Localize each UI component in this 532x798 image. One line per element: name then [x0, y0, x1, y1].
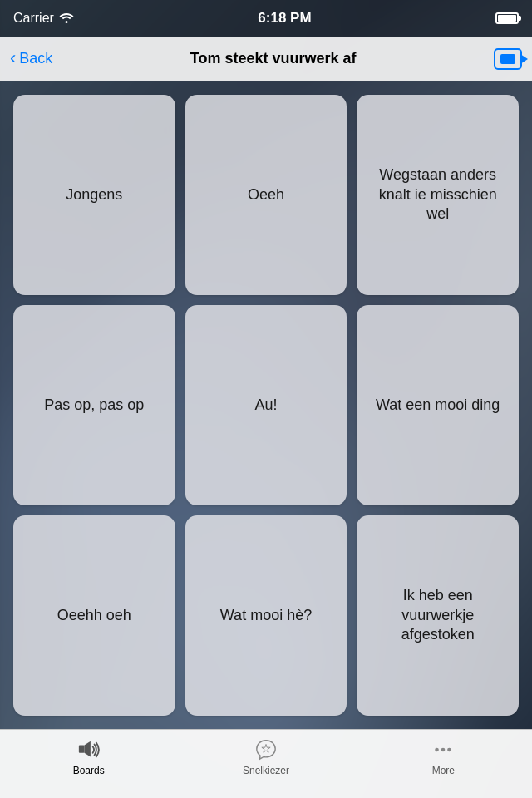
back-button[interactable]: ‹ Back — [10, 50, 52, 67]
video-button[interactable] — [494, 48, 522, 70]
nav-bar: ‹ Back Tom steekt vuurwerk af — [0, 37, 532, 81]
dots-icon — [431, 738, 456, 761]
speaker-icon — [76, 738, 101, 761]
tab-snelkiezer[interactable]: Snelkiezer — [177, 738, 354, 776]
phrase-button-wat-een[interactable]: Wat een mooi ding — [357, 305, 519, 505]
tab-boards-label: Boards — [73, 765, 105, 776]
tab-boards[interactable]: Boards — [0, 738, 177, 776]
tab-more-label: More — [432, 765, 455, 776]
phrase-grid: Jongens Oeeh Wegstaan anders knalt ie mi… — [0, 81, 532, 729]
status-time: 6:18 PM — [258, 10, 311, 27]
tab-bar: Boards Snelkiezer More — [0, 729, 532, 798]
video-icon — [500, 54, 515, 64]
phrase-button-oeeh[interactable]: Oeeh — [185, 95, 347, 295]
phrase-button-wegstaan[interactable]: Wegstaan anders knalt ie misschien wel — [357, 95, 519, 295]
back-label: Back — [19, 50, 52, 67]
phrase-button-au[interactable]: Au! — [185, 305, 347, 505]
status-right — [495, 12, 519, 24]
phrase-button-ik-heb[interactable]: Ik heb een vuurwerkje afgestoken — [357, 515, 519, 716]
star-bubble-icon — [254, 738, 278, 761]
battery-icon — [495, 12, 519, 24]
phrase-button-jongens[interactable]: Jongens — [13, 95, 175, 295]
carrier-label: Carrier — [13, 11, 54, 26]
phrase-button-wat-mooi[interactable]: Wat mooi hè? — [185, 515, 347, 716]
tab-snelkiezer-label: Snelkiezer — [243, 765, 289, 776]
page-title: Tom steekt vuurwerk af — [59, 50, 487, 67]
status-left: Carrier — [13, 11, 74, 26]
svg-rect-0 — [79, 745, 85, 752]
wifi-icon — [59, 12, 74, 26]
svg-point-2 — [441, 748, 446, 752]
phrase-button-pas-op[interactable]: Pas op, pas op — [13, 305, 175, 505]
svg-point-1 — [436, 748, 440, 752]
back-arrow-icon: ‹ — [10, 49, 16, 67]
svg-point-3 — [447, 748, 451, 752]
tab-more[interactable]: More — [355, 738, 532, 776]
status-bar: Carrier 6:18 PM — [0, 0, 532, 37]
phrase-button-oeehh-oeh[interactable]: Oeehh oeh — [13, 515, 175, 716]
